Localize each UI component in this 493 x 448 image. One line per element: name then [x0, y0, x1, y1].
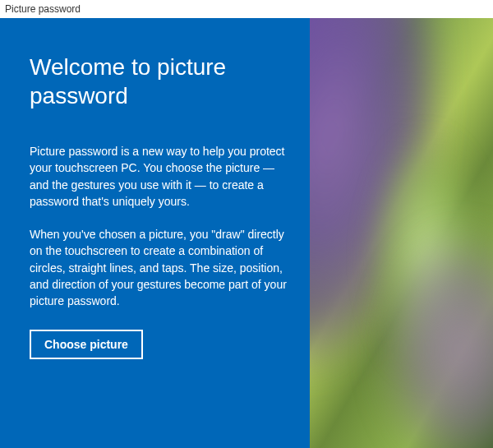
preview-image-placeholder: [370, 133, 485, 380]
description-paragraph-1: Picture password is a new way to help yo…: [30, 143, 287, 210]
content-area: Welcome to picture password Picture pass…: [0, 18, 493, 448]
description-paragraph-2: When you've chosen a picture, you "draw"…: [30, 226, 287, 309]
choose-picture-button[interactable]: Choose picture: [30, 330, 143, 359]
info-panel: Welcome to picture password Picture pass…: [0, 18, 310, 448]
page-heading: Welcome to picture password: [30, 53, 287, 110]
window-title: Picture password: [5, 3, 81, 15]
picture-preview: [310, 18, 493, 448]
window-title-bar: Picture password: [0, 0, 493, 18]
